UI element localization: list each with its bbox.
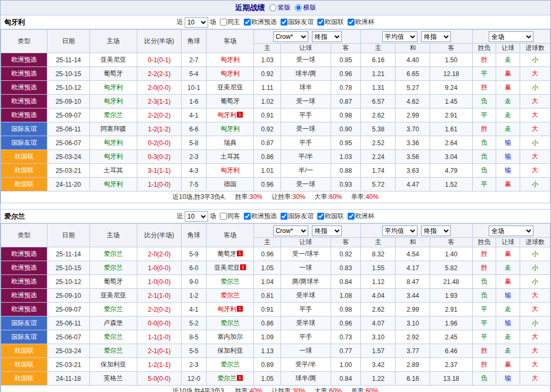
away-team-link[interactable]: 爱尔兰	[206, 275, 253, 289]
league-filter-nations-league[interactable]: 欧国联	[317, 18, 344, 27]
euro-cup-checkbox[interactable]	[348, 19, 355, 26]
corner-count: 5-2	[182, 316, 207, 330]
away-team-link[interactable]: 匈牙利	[206, 164, 253, 178]
match-date: 25-03-24	[47, 344, 89, 358]
away-team-link[interactable]: 爱尔兰	[206, 316, 253, 330]
odds-handicap: 平手	[281, 109, 331, 122]
home-team-link[interactable]: 爱尔兰	[89, 344, 137, 358]
same-side-checkbox[interactable]	[220, 213, 227, 220]
away-team-link[interactable]: 匈牙利1	[206, 303, 253, 316]
result-handicap: 赢	[496, 178, 520, 191]
home-team-link[interactable]: 匈牙利	[89, 136, 137, 150]
odds-handicap: 受一球	[281, 53, 331, 67]
league-filter-euro-qualifiers[interactable]: 欧洲预选	[244, 212, 277, 221]
league-filter-nations-league[interactable]: 欧国联	[317, 212, 344, 221]
home-team-link[interactable]: 葡萄牙	[89, 275, 137, 289]
friendly-checkbox[interactable]	[281, 19, 287, 26]
away-team-link[interactable]: 葡萄牙1	[206, 247, 253, 261]
home-team-link[interactable]: 爱尔兰	[89, 109, 137, 122]
horizontal-radio-input[interactable]	[295, 4, 302, 11]
away-team-link[interactable]: 爱尔兰1	[206, 372, 253, 386]
score-halftime: 2-1(0-1)	[137, 344, 181, 358]
nations-league-checkbox[interactable]	[317, 213, 324, 220]
home-team-link[interactable]: 爱尔兰	[89, 303, 137, 316]
match-scope-select[interactable]: 全场	[489, 226, 533, 236]
home-team-link[interactable]: 匈牙利	[89, 81, 137, 95]
league-filter-friendly[interactable]: 国际友谊	[281, 212, 314, 221]
nations-league-checkbox[interactable]	[317, 19, 324, 26]
col-odds-handicap: 让球	[281, 238, 331, 247]
vertical-radio-input[interactable]	[269, 4, 276, 11]
home-team-link[interactable]: 爱尔兰	[89, 261, 137, 275]
league-filter-euro-qualifiers[interactable]: 欧洲预选	[244, 18, 277, 27]
match-scope-select[interactable]: 全场	[489, 31, 533, 42]
euro-cup-checkbox[interactable]	[348, 213, 355, 220]
red-card-badge: 1	[240, 264, 246, 270]
away-team-link[interactable]: 亚美尼亚1	[206, 261, 253, 275]
result-goal-line: 小	[520, 247, 550, 261]
league-filter-friendly[interactable]: 国际友谊	[281, 18, 314, 27]
layout-radio-horizontal[interactable]: 横版	[295, 3, 316, 12]
result-handicap: 赢	[496, 275, 520, 289]
corner-count: 4-1	[182, 109, 207, 122]
home-team-link[interactable]: 匈牙利	[89, 150, 137, 164]
home-team-link[interactable]: 保加利亚	[89, 358, 137, 372]
away-team-link[interactable]: 德国	[206, 178, 253, 191]
avg-odds-draw: 8.47	[396, 275, 430, 289]
home-team-link[interactable]: 阿塞拜疆	[89, 122, 137, 136]
col-corner: 角球	[182, 224, 207, 247]
avg-odds-draw: 3.56	[396, 150, 430, 164]
away-team-link[interactable]: 匈牙利	[206, 122, 253, 136]
odds-stage-select[interactable]: 终指	[312, 226, 342, 236]
average-select[interactable]: 平均值	[382, 31, 417, 42]
avg-odds-away: 2.45	[430, 330, 472, 344]
same-side-checkbox[interactable]	[220, 19, 227, 26]
home-team-link[interactable]: 英格兰	[89, 372, 137, 386]
away-team-link[interactable]: 亚美尼亚	[206, 81, 253, 95]
bookmaker-select[interactable]: Crow*	[273, 31, 308, 42]
away-team-link[interactable]: 匈牙利	[206, 53, 253, 67]
away-team-link[interactable]: 土耳其	[206, 150, 253, 164]
odds-away: 0.84	[331, 275, 361, 289]
home-team-link[interactable]: 土耳其	[89, 164, 137, 178]
bookmaker-select[interactable]: Crow*	[273, 226, 308, 236]
euro-qualifiers-checkbox[interactable]	[244, 213, 251, 220]
avg-odds-away: 1.40	[430, 247, 472, 261]
match-count-select[interactable]: 10	[185, 17, 208, 28]
match-count-select[interactable]: 10	[185, 211, 208, 222]
home-team-link[interactable]: 卢森堡	[89, 316, 137, 330]
away-team-link[interactable]: 瑞典	[206, 136, 253, 150]
win-rate-stat: 胜率:30%	[235, 193, 262, 201]
home-team-link[interactable]: 亚美尼亚	[89, 289, 137, 303]
league-filter-euro-cup[interactable]: 欧洲杯	[348, 18, 374, 27]
avg-stage-select[interactable]: 终指	[421, 31, 451, 42]
away-team-link[interactable]: 匈牙利	[206, 67, 253, 81]
home-team-link[interactable]: 葡萄牙	[89, 67, 137, 81]
result-handicap: 走	[496, 95, 520, 109]
league-filter-euro-cup[interactable]: 欧洲杯	[348, 212, 374, 221]
home-team-link[interactable]: 亚美尼亚	[89, 53, 137, 67]
friendly-checkbox[interactable]	[281, 213, 287, 220]
euro-qualifiers-checkbox[interactable]	[244, 19, 251, 26]
avg-odds-home: 8.32	[361, 247, 396, 261]
odds-handicap: 受平/半	[281, 358, 331, 372]
away-team-link[interactable]: 爱尔兰	[206, 289, 253, 303]
avg-stage-select[interactable]: 终指	[421, 226, 451, 236]
home-team-link[interactable]: 匈牙利	[89, 95, 137, 109]
home-team-link[interactable]: 匈牙利	[89, 178, 137, 191]
home-team-link[interactable]: 爱尔兰	[89, 330, 137, 344]
away-team-link[interactable]: 爱尔兰	[206, 358, 253, 372]
home-team-link[interactable]: 爱尔兰	[89, 247, 137, 261]
col-odds-away: 客	[331, 238, 361, 247]
away-team-link[interactable]: 塞内加尔	[206, 330, 253, 344]
away-team-link[interactable]: 保加利亚	[206, 344, 253, 358]
col-corner: 角球	[182, 30, 207, 53]
layout-radio-vertical[interactable]: 竖版	[269, 3, 291, 12]
away-team-link[interactable]: 葡萄牙	[206, 95, 253, 109]
same-side-filter[interactable]: 同主	[220, 18, 240, 27]
average-select[interactable]: 平均值	[382, 226, 417, 236]
same-side-filter[interactable]: 同客	[220, 212, 240, 221]
odds-stage-select[interactable]: 终指	[312, 31, 342, 42]
match-date: 25-11-14	[47, 53, 89, 67]
away-team-link[interactable]: 匈牙利1	[206, 109, 253, 122]
